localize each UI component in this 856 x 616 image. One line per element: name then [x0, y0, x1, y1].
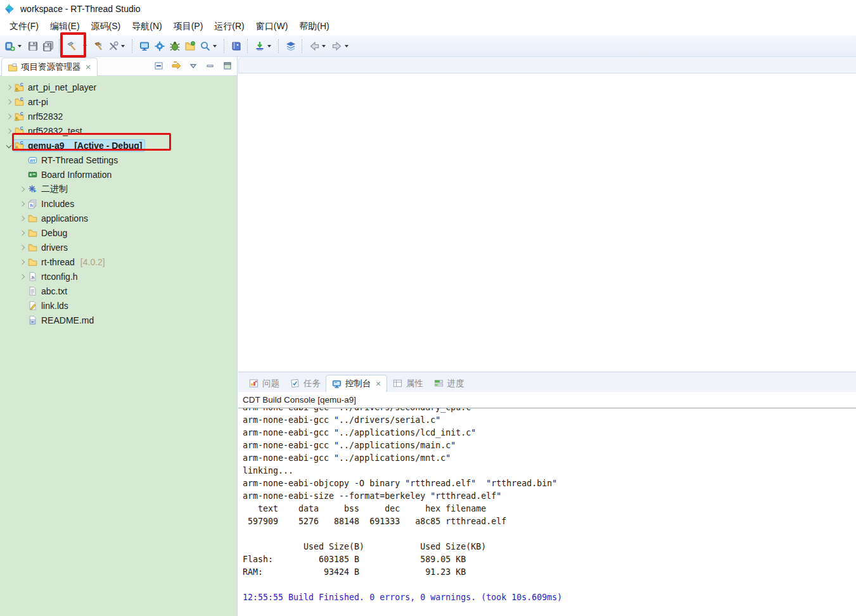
sdk-layers-button[interactable] — [283, 39, 298, 54]
tree-item-art-pi[interactable]: Cart-pi — [0, 94, 237, 109]
save-all-button[interactable] — [41, 39, 56, 54]
tree-item-link.lds[interactable]: link.lds — [0, 298, 237, 313]
tree-item-includes[interactable]: hIncludes — [0, 196, 237, 211]
menu-item-4[interactable]: 项目(P) — [168, 19, 209, 34]
tab-project-explorer[interactable]: 项目资源管理器 ✕ — [1, 58, 98, 76]
svg-text:C: C — [20, 111, 23, 116]
tree-item-abc.txt[interactable]: abc.txt — [0, 284, 237, 298]
console-line: Flash: 603185 B 589.05 KB — [243, 553, 856, 566]
open-folder-button[interactable] — [182, 39, 198, 54]
cproj-warn-icon: C! — [14, 111, 25, 122]
tools-button[interactable] — [106, 39, 129, 54]
search-button[interactable] — [198, 39, 220, 54]
terminal-monitor-button[interactable] — [137, 39, 152, 54]
project-explorer-body: C!art_pi_net_playerCart-piC!nrf52832Cnrf… — [0, 76, 237, 616]
hfile-icon: .h — [27, 272, 38, 282]
board-icon — [27, 170, 38, 180]
tree-item-二进制[interactable]: 二进制 — [0, 182, 237, 196]
menu-item-3[interactable]: 导航(N) — [126, 19, 167, 34]
build-dropdown[interactable] — [79, 43, 91, 49]
tree-collapsed-arrow-icon[interactable] — [17, 231, 27, 235]
menu-item-0[interactable]: 文件(F) — [4, 19, 44, 34]
folder-icon — [27, 213, 38, 223]
hammer-nail-button[interactable] — [91, 39, 106, 54]
console-title: CDT Build Console [qemu-a9] — [238, 392, 856, 408]
svg-text:h: h — [30, 203, 33, 208]
tree-item-rt-thread[interactable]: rt-thread [4.0.2] — [0, 255, 237, 269]
menu-item-5[interactable]: 运行(R) — [208, 19, 250, 34]
build-hammer-button[interactable] — [64, 39, 79, 54]
nav-forward-button[interactable] — [329, 39, 352, 54]
tree-item-nrf52832[interactable]: C!nrf52832 — [0, 109, 237, 123]
minimize-icon[interactable] — [205, 60, 216, 72]
tree-item-rt-thread[interactable]: RTRT-Thread Settings — [0, 153, 237, 167]
view-actions — [153, 60, 233, 72]
tree-item-label: drivers — [41, 242, 68, 253]
tree-collapsed-arrow-icon[interactable] — [17, 260, 27, 264]
tab-tasks[interactable]: 任务 — [284, 375, 326, 392]
tree-collapsed-arrow-icon[interactable] — [17, 275, 27, 279]
help-book-button[interactable] — [229, 39, 244, 54]
tree-item-board[interactable]: Board Information — [0, 167, 237, 182]
tab-console-active[interactable]: 控制台✕ — [326, 375, 387, 392]
tree-item-debug[interactable]: Debug — [0, 225, 237, 240]
view-menu-icon[interactable] — [188, 60, 199, 72]
search-icon — [200, 41, 211, 52]
console-monitor-icon — [331, 379, 342, 389]
tree-collapsed-arrow-icon[interactable] — [17, 217, 27, 220]
menu-item-7[interactable]: 帮助(H) — [293, 19, 335, 34]
tree-collapsed-arrow-icon[interactable] — [4, 129, 13, 133]
tree-item-drivers[interactable]: drivers — [0, 240, 237, 255]
tree-collapsed-arrow-icon[interactable] — [17, 187, 27, 191]
console-line: Used Size(B) Used Size(KB) — [243, 541, 856, 553]
menu-item-6[interactable]: 窗口(W) — [250, 19, 294, 34]
tree-collapsed-arrow-icon[interactable] — [17, 202, 27, 206]
chevron-down-icon — [322, 45, 326, 47]
txtfile-icon — [27, 286, 38, 296]
maximize-icon[interactable] — [222, 60, 233, 72]
mdfile-icon: w — [27, 315, 38, 325]
tab-properties[interactable]: 属性 — [387, 375, 428, 392]
close-icon[interactable]: ✕ — [84, 63, 91, 72]
save-button[interactable] — [25, 39, 41, 54]
save-icon — [27, 41, 39, 52]
open-folder-icon — [184, 41, 196, 52]
tree-item-applications[interactable]: applications — [0, 211, 237, 225]
tab-progress[interactable]: 进度 — [428, 375, 470, 392]
tree-item-rtconfig.h[interactable]: .hrtconfig.h — [0, 269, 237, 284]
tree-expanded-arrow-icon[interactable] — [4, 144, 13, 148]
chevron-down-icon — [83, 45, 87, 47]
menu-item-2[interactable]: 源码(S) — [86, 19, 127, 34]
menu-item-1[interactable]: 编辑(E) — [44, 19, 86, 34]
tree-collapsed-arrow-icon[interactable] — [17, 246, 27, 249]
console-output[interactable]: arm-none-eabi-gcc "../drivers/secondary_… — [238, 408, 856, 616]
debug-bug-button[interactable] — [167, 39, 182, 54]
new-project-button[interactable] — [3, 39, 25, 54]
download-flash-button[interactable] — [252, 39, 275, 54]
cproj-icon: C — [14, 97, 25, 107]
close-icon[interactable]: ✕ — [374, 380, 381, 388]
toolbar-separator — [224, 39, 226, 53]
tree-collapsed-arrow-icon[interactable] — [4, 85, 13, 89]
tree-item-label: 二进制 — [41, 184, 68, 195]
tree-item-nrf52832_test[interactable]: Cnrf52832_test — [0, 123, 237, 138]
tree-item-qemu-a9[interactable]: C!qemu-a9 [Active - Debug] — [0, 138, 237, 153]
titlebar: workspace - RT-Thread Studio — [0, 0, 856, 18]
tree-collapsed-arrow-icon[interactable] — [4, 115, 13, 118]
console-line: arm-none-eabi-gcc "../applications/mnt.c… — [243, 452, 856, 465]
svg-text:RT: RT — [30, 158, 35, 162]
console-line — [243, 528, 856, 541]
link-with-editor-icon[interactable] — [170, 60, 182, 72]
console-tab-label: 任务 — [303, 378, 321, 389]
nav-back-button[interactable] — [307, 39, 329, 54]
collapse-all-icon[interactable] — [153, 60, 165, 72]
tree-item-label: qemu-a9 [Active - Debug] — [28, 141, 142, 151]
tree-item-art_pi_net_player[interactable]: C!art_pi_net_player — [0, 80, 237, 94]
tree-item-label: art-pi — [28, 97, 48, 107]
tree-item-readme.md[interactable]: wREADME.md — [0, 313, 237, 327]
toolbar-separator — [59, 39, 61, 53]
tab-problems[interactable]: 问题 — [243, 375, 284, 392]
settings-gear-button[interactable] — [152, 39, 167, 54]
menubar: 文件(F)编辑(E)源码(S)导航(N)项目(P)运行(R)窗口(W)帮助(H) — [0, 18, 856, 35]
tree-collapsed-arrow-icon[interactable] — [4, 100, 13, 104]
